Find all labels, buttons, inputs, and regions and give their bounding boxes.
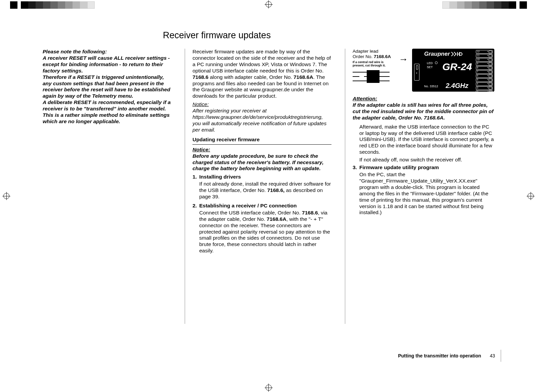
columns: Please note the following: A receiver RE… [42, 49, 495, 324]
rx-row: 11+ [476, 54, 493, 58]
notice2-body: Before any update procedure, be sure to … [192, 153, 323, 172]
registration-mark-left [3, 193, 9, 199]
step3-body: On the PC, start the "Graupner_Firmware_… [359, 172, 494, 216]
rx-row: 5+ [476, 78, 493, 82]
attention-body: If the adapter cable is still has wires … [353, 102, 493, 120]
page-title: Receiver firmware updates [163, 30, 271, 41]
intro-a: Receiver firmware updates are made by wa… [192, 49, 331, 74]
adapter-cable-icon [353, 67, 391, 86]
receiver-led-label: LED [427, 61, 433, 65]
attention-block: Attention: If the adapter cable is still… [353, 96, 494, 121]
step2-body: Connect the USB interface cable, Order N… [199, 210, 331, 254]
swatches-left [10, 1, 95, 10]
page-content: Receiver firmware updates Please note th… [42, 30, 495, 358]
intro-c: along with adapter cable, Order No. [209, 74, 294, 80]
cont-a: Afterward, make the USB interface connec… [359, 124, 494, 156]
notice1: Notice: After registering your receiver … [192, 101, 331, 133]
intro-paragraph: Receiver firmware updates are made by wa… [192, 49, 331, 99]
receiver-side-connector-icon [414, 64, 419, 81]
divider [192, 144, 331, 145]
step1-num: 1. [192, 174, 199, 180]
step1-body: If not already done, install the require… [199, 181, 331, 200]
col1-p3: A deliberate RESET is recommended, espec… [43, 99, 171, 125]
step-2: 2.Establishing a receiver / PC connectio… [192, 203, 331, 254]
column-3: Adapter lead Order No. 7168.6A If a cent… [345, 49, 495, 324]
grey-ramp [28, 1, 95, 10]
adapter-label: Adapter lead Order No. 7168.6A [353, 49, 395, 59]
step3-title: Firmware update utility program [359, 164, 439, 170]
rx-row: 12+ [476, 50, 493, 54]
updating-header: Updating receiver firmware [192, 137, 331, 143]
receiver-no: No. 33512 [424, 85, 438, 88]
diagram-left: Adapter lead Order No. 7168.6A If a cent… [353, 49, 395, 87]
intro-d: 7168.6A [294, 74, 313, 80]
rx-row: 9+ [476, 62, 493, 66]
receiver-set-label: SET [427, 65, 433, 69]
col1-p2: Therefore if a RESET is triggered uninte… [43, 74, 171, 100]
step-1: 1.Installing drivers If not already done… [192, 174, 331, 200]
footer-section: Putting the transmitter into operation [398, 353, 481, 358]
rx-row: 1+ [476, 94, 493, 98]
rx-row: 4+ [476, 82, 493, 86]
registration-mark-right [528, 193, 534, 199]
notice1-label: Notice: [192, 101, 209, 107]
svg-rect-4 [367, 70, 379, 83]
adapter-tiny-note: If a central red wire is present, cut th… [353, 61, 395, 67]
receiver-diagram: Graupner LED SET GR-24 2.4GHz No. 33512 … [412, 49, 494, 92]
step1-title: Installing drivers [199, 174, 241, 180]
footer-page-number: 43 [490, 353, 495, 358]
steps-list-cont: 3.Firmware update utility program On the… [353, 164, 494, 216]
registration-mark-top [266, 1, 272, 7]
intro-b: 7168.6 [192, 74, 208, 80]
notice2-label: Notice: [192, 147, 210, 152]
hott-logo-icon [451, 51, 464, 57]
notice2: Notice: Before any update procedure, be … [192, 147, 331, 172]
led-dot-icon [435, 61, 438, 64]
rx-row: 2+ [476, 90, 493, 94]
page-footer: Putting the transmitter into operation 4… [398, 353, 495, 358]
diagram-block: Adapter lead Order No. 7168.6A If a cent… [353, 49, 494, 92]
swatches-right [442, 1, 527, 10]
rx-row: 6+ [476, 74, 493, 78]
registration-mark-bottom [266, 385, 272, 391]
receiver-ghz: 2.4GHz [446, 82, 468, 90]
column-1: Please note the following: A receiver RE… [42, 49, 172, 324]
note-heading: Please note the following: [43, 49, 171, 55]
col1-p1: A receiver RESET will cause ALL receiver… [43, 55, 171, 74]
notice1-body: After registering your receiver at https… [192, 108, 326, 133]
receiver-pin-rows: 12+ 11+ 10+ 9+ 8+ 7+ 6+ 5+ 4+ 3+ 2+ 1+ [476, 50, 493, 90]
steps-list: 1.Installing drivers If not already done… [192, 174, 331, 254]
rx-row: 8+ [476, 66, 493, 70]
step2-num: 2. [192, 203, 199, 209]
attention-label: Attention: [353, 96, 377, 101]
column-2: Receiver firmware updates are made by wa… [185, 49, 332, 324]
footer-rule [501, 350, 501, 362]
rx-row: 3+ [476, 86, 493, 90]
receiver-model: GR-24 [442, 61, 472, 73]
step-3: 3.Firmware update utility program On the… [353, 164, 494, 216]
step3-num: 3. [353, 164, 359, 171]
rx-row: 7+ [476, 70, 493, 74]
rx-row: 10+ [476, 58, 493, 62]
cont-b: If not already off, now switch the recei… [359, 157, 494, 163]
receiver-logo: Graupner [424, 51, 464, 58]
arrow-icon: → [399, 55, 408, 64]
step2-title: Establishing a receiver / PC connection [199, 203, 297, 208]
